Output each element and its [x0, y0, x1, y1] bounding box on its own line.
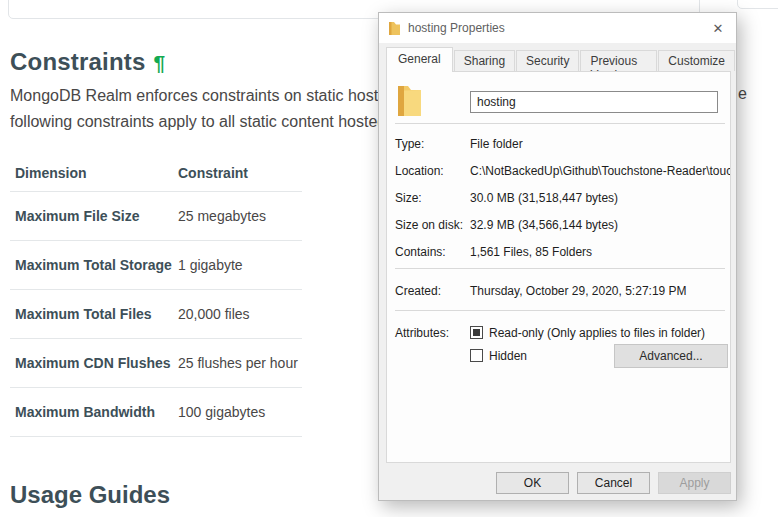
- heading-text: Constraints: [10, 48, 146, 75]
- table-cell-constraint: 25 megabytes: [178, 208, 302, 224]
- dialog-title: hosting Properties: [408, 21, 505, 35]
- table-cell-dimension: Maximum File Size: [10, 208, 178, 224]
- usage-guides-heading: Usage Guides: [10, 481, 170, 509]
- hidden-label: Hidden: [489, 349, 527, 363]
- dialog-titlebar[interactable]: hosting Properties ✕: [379, 13, 736, 43]
- table-cell-constraint: 1 gigabyte: [178, 257, 302, 273]
- table-row: Maximum Total Files 20,000 files: [10, 290, 302, 339]
- table-cell-dimension: Maximum Total Files: [10, 306, 178, 322]
- field-value: 1,561 Files, 85 Folders: [470, 245, 592, 259]
- tab-customize[interactable]: Customize: [658, 50, 735, 71]
- divider: [395, 123, 725, 124]
- intro-paragraph-overflow-fragment: e: [738, 85, 747, 103]
- table-row: Maximum CDN Flushes 25 flushes per hour: [10, 339, 302, 388]
- table-header-row: Dimension Constraint: [10, 155, 302, 192]
- field-type: Type: File folder: [387, 137, 731, 153]
- field-value: 32.9 MB (34,566,144 bytes): [470, 218, 618, 232]
- attributes-label: Attributes:: [395, 326, 449, 340]
- table-cell-dimension: Maximum Bandwidth: [10, 404, 178, 420]
- advanced-button[interactable]: Advanced...: [614, 344, 728, 368]
- field-label: Created:: [395, 284, 441, 298]
- folder-icon: [388, 21, 401, 36]
- field-size-on-disk: Size on disk: 32.9 MB (34,566,144 bytes): [387, 218, 731, 234]
- apply-button-disabled: Apply: [658, 472, 731, 494]
- tab-sharing[interactable]: Sharing: [454, 50, 515, 71]
- tab-security[interactable]: Security: [516, 50, 579, 71]
- general-tab-panel: Type: File folder Location: C:\NotBacked…: [386, 71, 731, 463]
- table-header-dimension: Dimension: [10, 165, 178, 181]
- readonly-label: Read-only (Only applies to files in fold…: [489, 326, 705, 340]
- table-row: Maximum Bandwidth 100 gigabytes: [10, 388, 302, 437]
- table-row: Maximum Total Storage 1 gigabyte: [10, 241, 302, 290]
- folder-name-input[interactable]: [470, 91, 718, 113]
- field-created: Created: Thursday, October 29, 2020, 5:2…: [387, 284, 731, 300]
- table-cell-dimension: Maximum CDN Flushes: [10, 355, 178, 371]
- field-value: File folder: [470, 137, 523, 151]
- cancel-button[interactable]: Cancel: [577, 472, 650, 494]
- field-value: C:\NotBackedUp\Github\Touchstone-Reader\…: [470, 164, 731, 178]
- field-label: Size:: [395, 191, 422, 205]
- heading-anchor-pilcrow[interactable]: ¶: [154, 51, 166, 74]
- field-value: 30.0 MB (31,518,447 bytes): [470, 191, 618, 205]
- dialog-tabstrip: General Sharing Security Previous Versio…: [386, 51, 736, 71]
- table-cell-constraint: 20,000 files: [178, 306, 302, 322]
- field-label: Contains:: [395, 245, 446, 259]
- ok-button[interactable]: OK: [496, 472, 569, 494]
- page-title: Constraints¶: [10, 48, 165, 76]
- table-cell-dimension: Maximum Total Storage: [10, 257, 178, 273]
- field-label: Size on disk:: [395, 218, 463, 232]
- field-size: Size: 30.0 MB (31,518,447 bytes): [387, 191, 731, 207]
- field-location: Location: C:\NotBackedUp\Github\Touchsto…: [387, 164, 731, 180]
- field-label: Type:: [395, 137, 424, 151]
- close-icon[interactable]: ✕: [706, 17, 730, 39]
- table-row: Maximum File Size 25 megabytes: [10, 192, 302, 241]
- field-contains: Contains: 1,561 Files, 85 Folders: [387, 245, 731, 261]
- field-value: Thursday, October 29, 2020, 5:27:19 PM: [470, 284, 687, 298]
- tab-previous-versions[interactable]: Previous Versions: [580, 50, 657, 71]
- divider: [395, 268, 725, 269]
- readonly-checkbox-indeterminate-mark: [473, 329, 480, 336]
- hidden-checkbox[interactable]: [470, 349, 483, 362]
- table-cell-constraint: 100 gigabytes: [178, 404, 302, 420]
- field-label: Location:: [395, 164, 444, 178]
- table-cell-constraint: 25 flushes per hour: [178, 355, 302, 371]
- readonly-checkbox[interactable]: [470, 326, 483, 339]
- top-right-card-edge: [737, 0, 778, 9]
- properties-dialog: hosting Properties ✕ General Sharing Sec…: [378, 12, 737, 501]
- table-header-constraint: Constraint: [178, 165, 302, 181]
- divider: [395, 310, 725, 311]
- constraints-table: Dimension Constraint Maximum File Size 2…: [10, 155, 302, 437]
- folder-icon-large: [396, 84, 423, 118]
- tab-general[interactable]: General: [386, 47, 453, 72]
